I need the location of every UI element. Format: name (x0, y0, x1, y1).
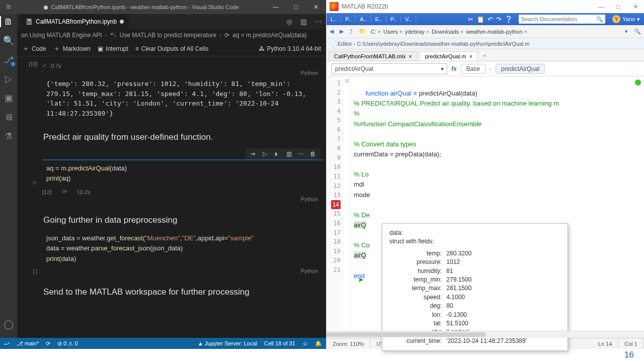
new-tab-button[interactable]: ＋ (478, 50, 492, 61)
kernel-picker[interactable]: 🖧Python 3.10.4 64-bit (259, 45, 321, 52)
cell-position[interactable]: Cell 18 of 31 (264, 340, 295, 346)
zoom-level[interactable]: Zoom: 110% (327, 338, 370, 349)
run-debug-icon[interactable]: ▷ (3, 73, 14, 84)
branch-indicator[interactable]: ⎇ main* (17, 340, 39, 347)
stack-current[interactable]: predictAirQual (496, 64, 545, 74)
doc-search[interactable]: 🔍 (519, 15, 605, 24)
markdown-cell[interactable]: Going further in data preprocessing (17, 209, 326, 229)
cell-more-icon[interactable]: ⋯ (297, 150, 305, 158)
remote-indicator[interactable]: ⮐ (4, 340, 10, 346)
close-tab-icon[interactable]: × (409, 53, 412, 59)
tab-notebook[interactable]: 📓 CallMATLABfromPython.ipynb (20, 14, 129, 29)
horizontal-scrollbar[interactable] (327, 331, 644, 338)
up-icon[interactable]: ⤴ (347, 29, 356, 35)
breadcrumb[interactable]: on Using MATLAB Engine API› ᴹ↓Use MATLAB… (17, 29, 326, 41)
add-markdown-cell-button[interactable]: ＋Markdown (53, 44, 91, 53)
document-tabs: CallPythonFromMATLAB.mlx× predictAirQual… (327, 49, 644, 61)
close-icon[interactable]: ✕ (627, 3, 644, 11)
tab-mlx[interactable]: CallPythonFromMATLAB.mlx× (329, 51, 418, 61)
close-icon[interactable]: ✕ (306, 4, 326, 11)
ribbon-tab[interactable]: E.. (371, 16, 386, 22)
code-editor[interactable]: aq = m.predictAirQual(data) print(aq) (42, 159, 323, 187)
run-target-icon[interactable]: ◎ (282, 18, 296, 26)
fx-icon[interactable]: fx (451, 65, 457, 72)
execute-cell-icon[interactable]: ▷ (261, 150, 269, 158)
split-editor-icon[interactable]: ▥ (296, 18, 311, 26)
path-segment[interactable]: Downloads (430, 29, 461, 35)
stack-base[interactable]: Base (461, 64, 486, 74)
sync-icon[interactable]: ⟳ (46, 340, 50, 347)
back-icon[interactable]: ◀ (327, 28, 337, 35)
path-segment[interactable]: ydebray (403, 29, 427, 35)
copy-icon[interactable]: 📋 (476, 16, 485, 23)
tab-m[interactable]: predictAirQual.m× (420, 51, 478, 61)
menu-icon[interactable]: ≡ (0, 3, 17, 12)
code-cell-active[interactable]: ▷ ⇥ ▷ ⏵ ▥ ⋯ 🗑 aq = m.predictAirQual(data… (20, 159, 323, 203)
folder-icon[interactable]: 📁 (356, 28, 369, 35)
path-segment[interactable]: weather-matlab-python (464, 29, 525, 35)
clear-outputs-button[interactable]: ≡Clear Outputs of All Cells (135, 45, 208, 52)
function-combo[interactable]: predictAirQual▾ (332, 63, 447, 74)
current-folder-bar[interactable]: ◀ ▶ ⤴ 📁 C: ▸ Users ▸ ydebray ▸ Downloads… (327, 25, 644, 38)
testing-icon[interactable]: ⚗ (3, 131, 14, 142)
maximize-icon[interactable]: □ (610, 3, 627, 11)
tooltip-field: humidity: 81 (389, 267, 560, 276)
run-by-line-icon[interactable]: ⇥ (249, 150, 257, 158)
ribbon-tab[interactable]: V.. (401, 16, 416, 22)
undo-icon[interactable]: ↶ (488, 16, 493, 23)
delete-cell-icon[interactable]: 🗑 (309, 150, 317, 158)
reload-icon[interactable]: ⟳ (62, 189, 67, 195)
search-input[interactable] (521, 16, 596, 22)
cut-icon[interactable]: ✂ (468, 16, 473, 23)
interrupt-button[interactable]: ▣Interrupt (98, 45, 128, 52)
search-icon[interactable]: 🔍 (3, 35, 14, 46)
ribbon-tab[interactable]: P.. (386, 16, 401, 22)
search-icon[interactable]: 🔍 (596, 16, 603, 23)
more-actions-icon[interactable]: ⋯ (311, 18, 326, 26)
code-editor[interactable]: json_data = weather.get_forecast("Muench… (42, 230, 323, 266)
forward-icon[interactable]: ▶ (337, 28, 347, 35)
extensions-icon[interactable]: ▣ (3, 93, 14, 104)
matlab-window: MATLAB R2022b ― □ ✕ L..P..A..E..P..V.. ✂… (326, 0, 644, 349)
search-folder-icon[interactable]: 🔍 (631, 28, 644, 35)
redo-icon[interactable]: ↷ (496, 16, 502, 23)
execute-above-icon[interactable]: ⏵ (273, 150, 281, 158)
code-cell[interactable]: json_data = weather.get_forecast("Muench… (20, 230, 323, 275)
markdown-cell[interactable]: Send to the MATLAB workspace for further… (17, 281, 326, 301)
tooltip-field: pressure: 1012 (389, 258, 560, 266)
matlab-titlebar: MATLAB R2022b ― □ ✕ (327, 0, 644, 13)
user-badge[interactable]: Y Yann▾ (608, 15, 644, 23)
accounts-icon[interactable]: ◯ (3, 319, 14, 330)
run-cell-icon[interactable]: ▷ (33, 179, 37, 185)
close-tab-icon[interactable]: × (469, 53, 472, 59)
markdown-cell[interactable]: Predict air quality from user-defined fu… (17, 126, 326, 146)
chevron-down-icon: ▾ (441, 65, 444, 72)
notebook-area[interactable]: [10] ✓0.7s Python {'temp': 280.32, 'pres… (17, 56, 326, 349)
breakpoint-icon[interactable]: 14 (331, 200, 341, 210)
minimize-icon[interactable]: ― (266, 4, 286, 11)
path-segment[interactable]: Users (381, 29, 400, 35)
matlab-editor[interactable]: ➤ 123456789101112131415161718192021 ⊟ fu… (327, 76, 644, 331)
cell-output-text: {'temp': 280.32, 'pressure': 1012, 'humi… (42, 77, 323, 120)
ribbon-tab[interactable]: L.. (327, 16, 341, 22)
add-code-cell-button[interactable]: ＋Code (22, 44, 46, 53)
path-breadcrumb[interactable]: C: ▸ Users ▸ ydebray ▸ Downloads ▸ weath… (369, 28, 528, 35)
maximize-icon[interactable]: □ (286, 4, 306, 11)
split-cell-icon[interactable]: ▥ (285, 150, 293, 158)
notifications-icon[interactable]: 🔔 (315, 340, 322, 347)
minimize-icon[interactable]: ― (593, 3, 610, 11)
ribbon-tab[interactable]: P.. (341, 16, 356, 22)
jupyter-server-status[interactable]: ▲ Jupyter Server: Local (198, 340, 257, 346)
source-control-icon[interactable]: ⎇2 (3, 54, 14, 65)
remote-icon[interactable]: 🖥 (3, 112, 14, 123)
fold-gutter[interactable]: ⊟ (344, 76, 351, 331)
ribbon-tab[interactable]: A.. (356, 16, 371, 22)
feedback-icon[interactable]: ☺ (302, 340, 308, 346)
explorer-icon[interactable]: 🗎 (3, 16, 14, 27)
dropdown-icon[interactable]: ▾ (622, 28, 631, 35)
problems-indicator[interactable]: ⊘ 0 ⚠ 0 (57, 340, 77, 347)
window-title: CallMATLABfromPython.ipynb - weather-mat… (51, 4, 238, 10)
cursor-col: Col 1 (618, 338, 644, 349)
help-icon[interactable]: ❔ (505, 16, 513, 23)
path-segment[interactable]: C: (369, 29, 378, 35)
